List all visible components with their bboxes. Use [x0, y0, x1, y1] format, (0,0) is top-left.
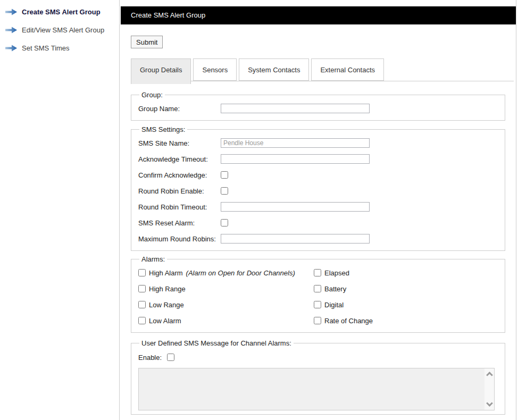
enable-checkbox[interactable]	[167, 354, 174, 361]
digital-label: Digital	[324, 301, 344, 309]
digital-checkbox[interactable]	[314, 301, 321, 308]
acknowledge-timeout-input[interactable]	[221, 154, 370, 164]
sms-settings-fieldset: SMS Settings: SMS Site Name: Acknowledge…	[131, 125, 505, 251]
round-robin-enable-label: Round Robin Enable:	[138, 187, 221, 195]
enable-label: Enable:	[138, 354, 162, 362]
group-name-row: Group Name:	[138, 100, 505, 116]
high-alarm-label: High Alarm	[149, 269, 183, 277]
sms-site-name-label: SMS Site Name:	[138, 139, 221, 147]
sms-reset-alarm-row: SMS Reset Alarm:	[138, 215, 505, 231]
maximum-round-robins-label: Maximum Round Robins:	[138, 235, 221, 243]
sms-site-name-input[interactable]	[221, 138, 370, 148]
round-robin-timeout-input[interactable]	[221, 202, 370, 212]
sidebar-item-set-sms-times[interactable]: Set SMS Times	[0, 43, 119, 53]
sms-reset-alarm-label: SMS Reset Alarm:	[138, 219, 221, 227]
round-robin-timeout-row: Round Robin Timeout:	[138, 199, 505, 215]
main-content: Create SMS Alert Group Submit Group Deta…	[121, 0, 516, 420]
elapsed-label: Elapsed	[324, 269, 349, 277]
round-robin-enable-checkbox[interactable]	[221, 187, 228, 195]
sms-settings-legend: SMS Settings:	[139, 125, 187, 133]
tab-external-contacts[interactable]: External Contacts	[311, 58, 384, 81]
sms-reset-alarm-checkbox[interactable]	[221, 219, 228, 226]
chevron-up-icon[interactable]	[486, 372, 493, 379]
confirm-acknowledge-row: Confirm Acknowledge:	[138, 167, 505, 183]
alarm-elapsed: Elapsed	[314, 265, 505, 281]
group-details-panel: Group: Group Name: SMS Settings: SMS Sit…	[131, 91, 514, 420]
user-message-fieldset: User Defined SMS Message for Channel Ala…	[131, 339, 505, 415]
low-alarm-label: Low Alarm	[149, 317, 181, 325]
group-name-input[interactable]	[221, 104, 370, 113]
rate-of-change-checkbox[interactable]	[314, 317, 321, 324]
confirm-acknowledge-checkbox[interactable]	[221, 171, 228, 179]
tab-group-details[interactable]: Group Details	[131, 58, 191, 84]
enable-row: Enable:	[138, 350, 505, 365]
group-name-label: Group Name:	[138, 105, 221, 113]
round-robin-timeout-label: Round Robin Timeout:	[138, 203, 221, 211]
arrow-right-icon	[5, 45, 17, 52]
message-textarea[interactable]	[138, 368, 495, 410]
round-robin-enable-row: Round Robin Enable:	[138, 183, 505, 199]
high-range-checkbox[interactable]	[138, 285, 146, 292]
acknowledge-timeout-row: Acknowledge Timeout:	[138, 151, 505, 167]
rate-of-change-label: Rate of Change	[324, 317, 373, 325]
alarms-grid: High Alarm (Alarm on Open for Door Chann…	[138, 265, 505, 329]
alarm-low-range: Low Range	[138, 297, 314, 313]
low-range-checkbox[interactable]	[138, 301, 146, 308]
sms-site-name-row: SMS Site Name:	[138, 135, 505, 151]
low-range-label: Low Range	[149, 301, 184, 309]
chevron-down-icon[interactable]	[486, 400, 493, 407]
sidebar-item-create-sms-alert-group[interactable]: Create SMS Alert Group	[0, 6, 119, 17]
arrow-right-icon	[5, 27, 17, 33]
low-alarm-checkbox[interactable]	[138, 317, 146, 324]
alarm-low-alarm: Low Alarm	[138, 313, 314, 329]
elapsed-checkbox[interactable]	[314, 269, 321, 276]
alarm-high-range: High Range	[138, 281, 314, 297]
maximum-round-robins-row: Maximum Round Robins:	[138, 231, 505, 247]
high-alarm-note: (Alarm on Open for Door Channels)	[186, 269, 295, 277]
alarm-high-alarm: High Alarm (Alarm on Open for Door Chann…	[138, 265, 314, 281]
sidebar-item-label: Edit/View SMS Alert Group	[22, 26, 104, 34]
sidebar: Create SMS Alert Group Edit/View SMS Ale…	[0, 0, 120, 420]
sidebar-item-edit-view-sms-alert-group[interactable]: Edit/View SMS Alert Group	[0, 24, 119, 35]
sidebar-item-label: Set SMS Times	[22, 44, 70, 52]
alarms-fieldset: Alarms: High Alarm (Alarm on Open for Do…	[131, 255, 505, 333]
user-message-legend: User Defined SMS Message for Channel Ala…	[139, 339, 294, 347]
battery-checkbox[interactable]	[314, 285, 321, 292]
textarea-scrollbar[interactable]	[484, 368, 494, 410]
alarm-rate-of-change: Rate of Change	[314, 313, 505, 329]
page: Create SMS Alert Group Edit/View SMS Ale…	[0, 0, 518, 420]
confirm-acknowledge-label: Confirm Acknowledge:	[138, 171, 221, 179]
alarm-battery: Battery	[314, 281, 505, 297]
alarms-legend: Alarms:	[139, 255, 167, 263]
tab-system-contacts[interactable]: System Contacts	[239, 58, 309, 81]
battery-label: Battery	[324, 285, 346, 293]
sidebar-item-label: Create SMS Alert Group	[22, 8, 101, 16]
high-alarm-checkbox[interactable]	[138, 269, 146, 276]
message-textarea-wrap	[138, 368, 495, 410]
arrow-right-icon	[5, 9, 17, 15]
tab-bar: Group Details Sensors System Contacts Ex…	[131, 58, 514, 84]
acknowledge-timeout-label: Acknowledge Timeout:	[138, 155, 221, 163]
group-legend: Group:	[139, 91, 165, 99]
tab-sensors[interactable]: Sensors	[193, 58, 237, 81]
submit-button[interactable]: Submit	[131, 36, 163, 48]
page-title: Create SMS Alert Group	[121, 6, 516, 24]
alarm-digital: Digital	[314, 297, 505, 313]
group-fieldset: Group: Group Name:	[131, 91, 505, 121]
high-range-label: High Range	[149, 285, 186, 293]
maximum-round-robins-input[interactable]	[221, 234, 370, 243]
